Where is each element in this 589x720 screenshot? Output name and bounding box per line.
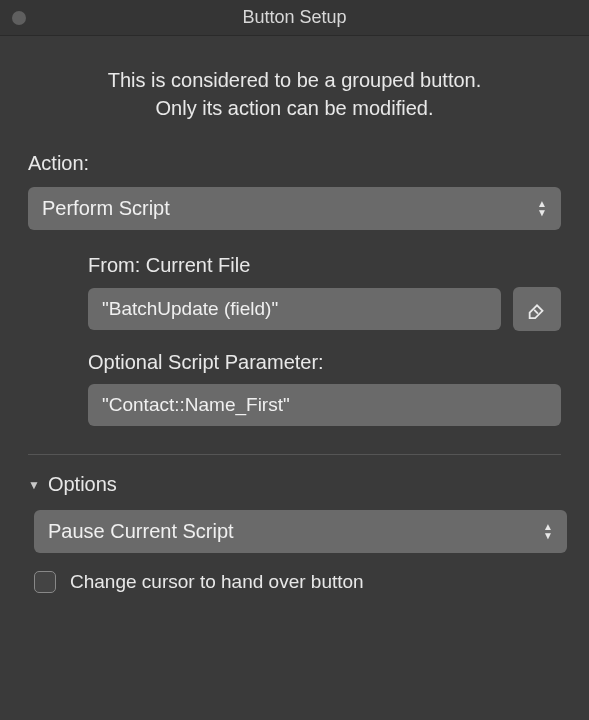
disclosure-triangle-icon: ▼: [28, 478, 40, 492]
script-name-field[interactable]: "BatchUpdate (field)": [88, 288, 501, 330]
options-header-label: Options: [48, 473, 117, 496]
titlebar: Button Setup: [0, 0, 589, 36]
close-button[interactable]: [12, 11, 26, 25]
options-header[interactable]: ▼ Options: [28, 473, 561, 496]
action-details: From: Current File "BatchUpdate (field)"…: [88, 254, 561, 426]
dropdown-arrows-icon: ▲▼: [537, 200, 547, 217]
content-area: This is considered to be a grouped butto…: [0, 36, 589, 613]
action-dropdown[interactable]: Perform Script ▲▼: [28, 187, 561, 230]
cursor-checkbox-label: Change cursor to hand over button: [70, 571, 364, 593]
script-row: "BatchUpdate (field)": [88, 287, 561, 331]
cursor-checkbox-row: Change cursor to hand over button: [34, 571, 561, 593]
intro-line-2: Only its action can be modified.: [28, 94, 561, 122]
clear-script-button[interactable]: [513, 287, 561, 331]
from-label: From: Current File: [88, 254, 561, 277]
intro-line-1: This is considered to be a grouped butto…: [28, 66, 561, 94]
action-label: Action:: [28, 152, 561, 175]
parameter-field[interactable]: "Contact::Name_First": [88, 384, 561, 426]
cursor-checkbox[interactable]: [34, 571, 56, 593]
intro-text: This is considered to be a grouped butto…: [28, 66, 561, 122]
options-dropdown-value: Pause Current Script: [48, 520, 234, 543]
parameter-label: Optional Script Parameter:: [88, 351, 561, 374]
divider: [28, 454, 561, 455]
dropdown-arrows-icon: ▲▼: [543, 523, 553, 540]
window-title: Button Setup: [0, 7, 589, 28]
options-dropdown[interactable]: Pause Current Script ▲▼: [34, 510, 567, 553]
action-dropdown-value: Perform Script: [42, 197, 170, 220]
eraser-icon: [526, 298, 548, 320]
